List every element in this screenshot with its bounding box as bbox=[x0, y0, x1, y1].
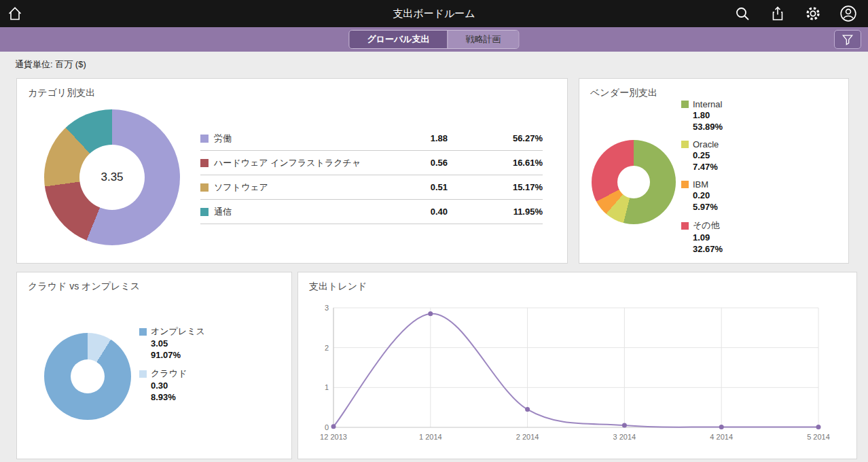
legend-percent: 11.95% bbox=[448, 207, 543, 217]
legend-swatch bbox=[200, 208, 209, 216]
legend-item-cloud: クラウド 0.30 8.93% bbox=[139, 368, 205, 403]
home-icon bbox=[7, 5, 23, 22]
svg-text:1: 1 bbox=[325, 383, 329, 391]
legend-swatch bbox=[200, 159, 209, 167]
svg-text:12 2013: 12 2013 bbox=[320, 433, 347, 441]
card-title: クラウド vs オンプレミス bbox=[17, 272, 291, 301]
legend-value: 0.30 bbox=[151, 380, 205, 391]
legend-value: 0.56 bbox=[366, 158, 448, 168]
tab-group: グローバル支出 戦略計画 bbox=[348, 30, 519, 49]
legend-percent: 91.07% bbox=[151, 349, 205, 361]
legend-item-other: その他 1.09 32.67% bbox=[681, 219, 723, 255]
legend-value: 0.20 bbox=[693, 190, 723, 201]
legend-label: オンプレミス bbox=[151, 325, 205, 338]
topbar-actions bbox=[734, 5, 857, 22]
legend-label: Internal bbox=[693, 99, 722, 109]
legend-label: ハードウェア インフラストラクチャ bbox=[214, 157, 366, 169]
legend-label: Oracle bbox=[693, 139, 719, 149]
legend-swatch bbox=[139, 370, 147, 378]
filter-button[interactable] bbox=[834, 30, 861, 49]
legend-item-ibm: IBM 0.20 5.97% bbox=[681, 179, 723, 213]
legend-swatch bbox=[681, 101, 689, 108]
legend-value: 0.25 bbox=[693, 149, 723, 161]
svg-text:5 2014: 5 2014 bbox=[807, 433, 830, 441]
legend-item-internal: Internal 1.80 53.89% bbox=[681, 99, 723, 132]
trend-line-chart[interactable]: 12 20131 20142 20143 20144 20145 2014012… bbox=[316, 301, 832, 445]
share-icon bbox=[770, 5, 786, 22]
legend-percent: 5.97% bbox=[693, 201, 723, 213]
legend-label: クラウド bbox=[151, 368, 187, 380]
category-donut-chart[interactable]: 3.35 bbox=[44, 109, 180, 245]
legend-value: 3.05 bbox=[151, 338, 205, 349]
donut-hole bbox=[71, 359, 105, 393]
card-spend-trend: 支出トレンド 12 20131 20142 20143 20144 20145 … bbox=[297, 272, 857, 459]
svg-text:3 2014: 3 2014 bbox=[613, 433, 636, 441]
top-app-bar: 支出ボードルーム bbox=[0, 0, 868, 27]
search-button[interactable] bbox=[734, 5, 751, 22]
legend-value: 0.40 bbox=[366, 207, 448, 217]
legend-item-oracle: Oracle 0.25 7.47% bbox=[681, 139, 723, 173]
gear-icon bbox=[805, 5, 821, 22]
legend-value: 1.09 bbox=[693, 232, 723, 243]
svg-text:0: 0 bbox=[325, 423, 329, 431]
tab-strategic-plan[interactable]: 戦略計画 bbox=[448, 31, 519, 48]
svg-text:2: 2 bbox=[325, 344, 329, 352]
cloud-legend: オンプレミス 3.05 91.07% クラウド 0.30 8.93% bbox=[139, 325, 205, 410]
donut-center-total: 3.35 bbox=[79, 145, 145, 210]
cloud-donut-chart[interactable] bbox=[44, 333, 131, 420]
legend-value: 1.80 bbox=[693, 109, 723, 121]
legend-percent: 53.89% bbox=[693, 121, 723, 132]
legend-row-hardware: ハードウェア インフラストラクチャ 0.56 16.61% bbox=[200, 151, 543, 175]
legend-swatch bbox=[681, 222, 689, 230]
legend-row-software: ソフトウェア 0.51 15.17% bbox=[200, 175, 543, 200]
legend-label: その他 bbox=[693, 219, 720, 232]
card-spend-by-vendor: ベンダー別支出 Internal 1.80 53.89% Oracle 0.25… bbox=[579, 78, 849, 264]
legend-percent: 8.93% bbox=[151, 391, 205, 403]
tab-global-spend[interactable]: グローバル支出 bbox=[349, 31, 447, 48]
search-icon bbox=[734, 5, 751, 22]
svg-text:2 2014: 2 2014 bbox=[516, 433, 539, 441]
card-title: 支出トレンド bbox=[298, 272, 856, 301]
legend-swatch bbox=[681, 141, 689, 148]
legend-percent: 7.47% bbox=[693, 161, 723, 173]
legend-percent: 32.67% bbox=[693, 243, 723, 255]
vendor-legend: Internal 1.80 53.89% Oracle 0.25 7.47% I… bbox=[681, 99, 723, 262]
home-button[interactable] bbox=[0, 0, 30, 27]
legend-row-labor: 労働 1.88 56.27% bbox=[200, 126, 543, 151]
legend-percent: 56.27% bbox=[448, 133, 543, 143]
legend-swatch bbox=[139, 328, 147, 336]
person-icon bbox=[839, 5, 857, 22]
settings-button[interactable] bbox=[804, 5, 822, 22]
share-button[interactable] bbox=[769, 5, 786, 22]
legend-item-onprem: オンプレミス 3.05 91.07% bbox=[139, 325, 205, 361]
card-spend-by-category: カテゴリ別支出 3.35 労働 1.88 56.27% ハードウェア インフラス… bbox=[16, 78, 568, 264]
legend-label: 労働 bbox=[214, 132, 366, 145]
legend-swatch bbox=[200, 183, 209, 192]
legend-swatch bbox=[200, 135, 209, 143]
svg-text:4 2014: 4 2014 bbox=[710, 433, 733, 441]
vendor-donut-chart[interactable] bbox=[592, 140, 676, 224]
legend-label: ソフトウェア bbox=[214, 181, 366, 194]
legend-row-telecom: 通信 0.40 11.95% bbox=[200, 200, 543, 224]
svg-text:3: 3 bbox=[325, 304, 329, 312]
legend-swatch bbox=[681, 181, 689, 188]
legend-percent: 15.17% bbox=[448, 182, 543, 192]
legend-label: 通信 bbox=[214, 206, 366, 218]
currency-unit-note: 通貨単位: 百万 ($) bbox=[15, 58, 86, 71]
legend-label: IBM bbox=[693, 179, 708, 190]
donut-hole bbox=[617, 166, 650, 198]
filter-funnel-icon bbox=[841, 33, 854, 46]
card-cloud-vs-onprem: クラウド vs オンプレミス オンプレミス 3.05 91.07% クラウド 0… bbox=[16, 272, 292, 459]
legend-value: 1.88 bbox=[366, 133, 448, 143]
tab-bar: グローバル支出 戦略計画 bbox=[0, 27, 868, 52]
legend-percent: 16.61% bbox=[448, 158, 543, 168]
category-legend-table: 労働 1.88 56.27% ハードウェア インフラストラクチャ 0.56 16… bbox=[200, 126, 543, 224]
svg-text:1 2014: 1 2014 bbox=[419, 433, 442, 441]
legend-value: 0.51 bbox=[366, 182, 448, 192]
account-button[interactable] bbox=[839, 5, 857, 22]
card-title: カテゴリ別支出 bbox=[17, 79, 567, 107]
